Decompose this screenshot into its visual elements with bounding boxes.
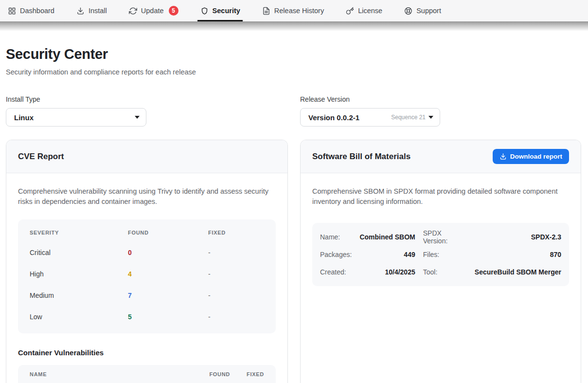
nav-label: Security — [213, 7, 240, 15]
key-icon — [346, 7, 354, 15]
table-row: Critical 0 - — [18, 242, 276, 263]
nav-label: Update — [141, 7, 164, 15]
nav-item-license[interactable]: License — [346, 0, 382, 21]
found-column-header: FOUND — [128, 230, 208, 236]
top-navigation: Dashboard Install Update 5 Security Rele… — [0, 0, 588, 21]
release-version-value: Version 0.0.2-1 — [308, 113, 359, 122]
download-report-label: Download report — [510, 153, 562, 160]
nav-item-install[interactable]: Install — [76, 0, 107, 21]
lifebuoy-icon — [404, 7, 412, 15]
cve-card-header: CVE Report — [6, 140, 287, 173]
severity-name: High — [30, 270, 128, 278]
sbom-description: Comprehensive SBOM in SPDX format provid… — [312, 186, 566, 207]
table-row: Low 5 - — [18, 306, 276, 328]
page-title: Security Center — [6, 46, 582, 62]
chevron-down-icon — [428, 116, 433, 119]
document-icon — [262, 7, 270, 15]
sbom-details-table: Name: Combined SBOM SPDX Version: SPDX-2… — [312, 223, 569, 286]
table-row: High 4 - — [18, 263, 276, 285]
nav-item-update[interactable]: Update 5 — [129, 0, 178, 21]
install-type-label: Install Type — [6, 95, 288, 103]
table-row: Medium 7 - — [18, 285, 276, 306]
filters-row: Install Type Linux Release Version Versi… — [6, 95, 582, 127]
detail-label: Tool: — [423, 263, 467, 281]
refresh-icon — [129, 7, 137, 15]
severity-name: Low — [30, 313, 128, 321]
severity-name: Medium — [30, 292, 128, 299]
found-count: 5 — [128, 313, 208, 321]
detail-label: Created: — [320, 263, 352, 281]
severity-table-header: SEVERITY FOUND FIXED — [18, 223, 276, 242]
detail-value: 870 — [475, 246, 561, 263]
detail-label: Packages: — [320, 246, 352, 263]
sbom-card: Software Bill of Materials Download repo… — [300, 140, 581, 383]
update-count-badge: 5 — [169, 6, 178, 16]
detail-label: Files: — [423, 246, 467, 263]
fixed-column-header: FIXED — [230, 371, 264, 377]
install-type-value: Linux — [14, 113, 34, 122]
dashboard-icon — [8, 7, 16, 15]
cve-description: Comprehensive vulnerability scanning usi… — [18, 186, 272, 207]
name-column-header: NAME — [30, 371, 191, 377]
download-icon — [499, 153, 507, 160]
sbom-card-title: Software Bill of Materials — [312, 152, 410, 162]
nav-label: Support — [416, 7, 441, 15]
page-subtitle: Security information and compliance repo… — [6, 68, 582, 76]
cve-card-title: CVE Report — [18, 152, 64, 162]
nav-item-dashboard[interactable]: Dashboard — [8, 0, 54, 21]
chevron-down-icon — [135, 116, 140, 119]
nav-label: License — [358, 7, 382, 15]
fixed-count: - — [208, 270, 264, 278]
nav-item-release-history[interactable]: Release History — [262, 0, 324, 21]
nav-item-security[interactable]: Security — [200, 0, 240, 21]
container-vulnerabilities-title: Container Vulnerabilities — [18, 348, 276, 357]
severity-name: Critical — [30, 249, 128, 256]
download-icon — [76, 7, 85, 15]
sequence-label: Sequence 21 — [391, 114, 426, 121]
nav-label: Install — [89, 7, 107, 15]
cve-report-card: CVE Report Comprehensive vulnerability s… — [6, 140, 288, 383]
fixed-count: - — [208, 313, 264, 321]
nav-label: Release History — [274, 7, 324, 15]
detail-label: SPDX Version: — [423, 228, 467, 246]
found-count: 0 — [128, 249, 208, 256]
severity-column-header: SEVERITY — [30, 230, 128, 236]
download-report-button[interactable]: Download report — [493, 149, 569, 164]
detail-value: SPDX-2.3 — [475, 228, 561, 246]
shield-icon — [200, 7, 209, 15]
container-vulnerabilities-table-header: NAME FOUND FIXED — [18, 365, 276, 383]
detail-value: SecureBuild SBOM Merger — [475, 263, 561, 281]
found-column-header: FOUND — [191, 371, 230, 377]
fixed-count: - — [208, 249, 264, 256]
release-version-filter: Release Version Version 0.0.2-1 Sequence… — [300, 95, 581, 127]
install-type-select[interactable]: Linux — [6, 108, 146, 127]
fixed-count: - — [208, 292, 264, 299]
found-count: 7 — [128, 292, 208, 299]
detail-label: Name: — [320, 228, 352, 246]
found-count: 4 — [128, 270, 208, 278]
sbom-card-header: Software Bill of Materials Download repo… — [301, 140, 581, 173]
page-header: Security Center Security information and… — [6, 46, 582, 76]
nav-item-support[interactable]: Support — [404, 0, 441, 21]
detail-value: 449 — [359, 246, 415, 263]
install-type-filter: Install Type Linux — [6, 95, 288, 127]
severity-table: SEVERITY FOUND FIXED Critical 0 - High 4… — [18, 219, 276, 333]
detail-value: 10/4/2025 — [359, 263, 415, 281]
detail-value: Combined SBOM — [359, 228, 415, 246]
release-version-select[interactable]: Version 0.0.2-1 Sequence 21 — [300, 108, 440, 127]
fixed-column-header: FIXED — [208, 230, 264, 236]
release-version-label: Release Version — [300, 95, 581, 103]
nav-scroll-shadow — [0, 21, 588, 31]
nav-label: Dashboard — [20, 7, 54, 15]
